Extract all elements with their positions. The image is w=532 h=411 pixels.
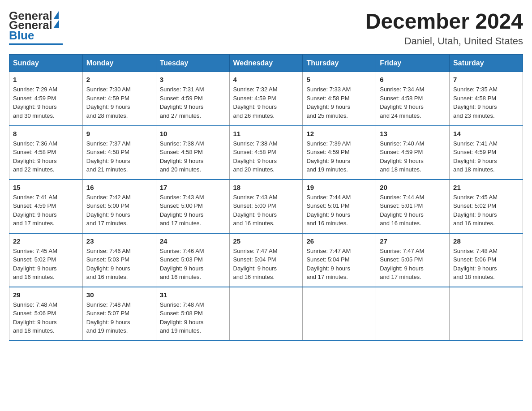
calendar-cell: 18 Sunrise: 7:43 AM Sunset: 5:00 PM Dayl… [229, 180, 303, 233]
month-title: December 2024 [365, 9, 523, 34]
day-number: 28 [453, 237, 519, 245]
day-number: 9 [86, 130, 152, 137]
calendar-cell: 6 Sunrise: 7:34 AM Sunset: 4:58 PM Dayli… [376, 72, 450, 126]
day-info: Sunrise: 7:39 AM Sunset: 4:59 PM Dayligh… [306, 139, 372, 174]
day-info: Sunrise: 7:41 AM Sunset: 4:59 PM Dayligh… [453, 139, 519, 174]
day-number: 12 [306, 130, 372, 137]
col-monday: Monday [82, 55, 156, 72]
day-number: 31 [160, 291, 226, 299]
calendar-cell: 21 Sunrise: 7:45 AM Sunset: 5:02 PM Dayl… [450, 180, 523, 233]
calendar-cell [303, 287, 376, 341]
day-info: Sunrise: 7:47 AM Sunset: 5:04 PM Dayligh… [306, 247, 372, 282]
day-number: 22 [13, 237, 79, 245]
title-area: December 2024 Daniel, Utah, United State… [365, 9, 523, 47]
calendar-cell: 28 Sunrise: 7:48 AM Sunset: 5:06 PM Dayl… [450, 233, 523, 287]
calendar-cell: 9 Sunrise: 7:37 AM Sunset: 4:58 PM Dayli… [82, 126, 156, 180]
day-info: Sunrise: 7:44 AM Sunset: 5:01 PM Dayligh… [306, 193, 372, 228]
calendar-cell [450, 287, 523, 341]
calendar-cell: 20 Sunrise: 7:44 AM Sunset: 5:01 PM Dayl… [376, 180, 450, 233]
day-number: 21 [453, 184, 519, 191]
day-number: 8 [13, 130, 79, 137]
calendar-cell: 15 Sunrise: 7:41 AM Sunset: 4:59 PM Dayl… [9, 180, 83, 233]
col-thursday: Thursday [303, 55, 376, 72]
page-header: General General Blue December 2024 Danie… [9, 9, 523, 47]
day-info: Sunrise: 7:43 AM Sunset: 5:00 PM Dayligh… [233, 193, 299, 228]
day-info: Sunrise: 7:48 AM Sunset: 5:07 PM Dayligh… [86, 300, 152, 335]
day-number: 5 [306, 76, 372, 83]
calendar-cell: 31 Sunrise: 7:48 AM Sunset: 5:08 PM Dayl… [156, 287, 229, 341]
logo-underline [9, 43, 63, 45]
day-info: Sunrise: 7:42 AM Sunset: 5:00 PM Dayligh… [86, 193, 152, 228]
col-sunday: Sunday [9, 55, 83, 72]
day-number: 18 [233, 184, 299, 191]
day-number: 10 [160, 130, 226, 137]
day-number: 24 [160, 237, 226, 245]
day-number: 4 [233, 76, 299, 83]
calendar-cell: 12 Sunrise: 7:39 AM Sunset: 4:59 PM Dayl… [303, 126, 376, 180]
calendar-cell: 4 Sunrise: 7:32 AM Sunset: 4:59 PM Dayli… [229, 72, 303, 126]
calendar-cell [229, 287, 303, 341]
calendar-cell: 29 Sunrise: 7:48 AM Sunset: 5:06 PM Dayl… [9, 287, 83, 341]
calendar-cell: 8 Sunrise: 7:36 AM Sunset: 4:58 PM Dayli… [9, 126, 83, 180]
day-number: 19 [306, 184, 372, 191]
day-info: Sunrise: 7:30 AM Sunset: 4:59 PM Dayligh… [86, 85, 152, 120]
day-number: 1 [13, 76, 79, 83]
day-number: 14 [453, 130, 519, 137]
day-number: 25 [233, 237, 299, 245]
day-number: 16 [86, 184, 152, 191]
week-row-5: 29 Sunrise: 7:48 AM Sunset: 5:06 PM Dayl… [9, 287, 523, 341]
day-number: 26 [306, 237, 372, 245]
calendar-cell: 2 Sunrise: 7:30 AM Sunset: 4:59 PM Dayli… [82, 72, 156, 126]
logo-triangle-icon [53, 11, 59, 19]
calendar-cell: 19 Sunrise: 7:44 AM Sunset: 5:01 PM Dayl… [303, 180, 376, 233]
location-title: Daniel, Utah, United States [365, 35, 523, 47]
day-info: Sunrise: 7:46 AM Sunset: 5:03 PM Dayligh… [160, 247, 226, 282]
day-number: 30 [86, 291, 152, 299]
day-info: Sunrise: 7:45 AM Sunset: 5:02 PM Dayligh… [13, 247, 79, 282]
logo-triangle-icon2 [53, 20, 59, 28]
calendar-body: 1 Sunrise: 7:29 AM Sunset: 4:59 PM Dayli… [9, 72, 523, 341]
calendar-cell: 11 Sunrise: 7:38 AM Sunset: 4:58 PM Dayl… [229, 126, 303, 180]
day-info: Sunrise: 7:38 AM Sunset: 4:58 PM Dayligh… [160, 139, 226, 174]
day-info: Sunrise: 7:43 AM Sunset: 5:00 PM Dayligh… [160, 193, 226, 228]
week-row-3: 15 Sunrise: 7:41 AM Sunset: 4:59 PM Dayl… [9, 180, 523, 233]
day-number: 6 [380, 76, 446, 83]
day-info: Sunrise: 7:44 AM Sunset: 5:01 PM Dayligh… [380, 193, 446, 228]
calendar-cell: 7 Sunrise: 7:35 AM Sunset: 4:58 PM Dayli… [450, 72, 523, 126]
week-row-2: 8 Sunrise: 7:36 AM Sunset: 4:58 PM Dayli… [9, 126, 523, 180]
calendar-cell: 30 Sunrise: 7:48 AM Sunset: 5:07 PM Dayl… [82, 287, 156, 341]
day-info: Sunrise: 7:34 AM Sunset: 4:58 PM Dayligh… [380, 85, 446, 120]
calendar-cell: 23 Sunrise: 7:46 AM Sunset: 5:03 PM Dayl… [82, 233, 156, 287]
day-info: Sunrise: 7:40 AM Sunset: 4:59 PM Dayligh… [380, 139, 446, 174]
day-info: Sunrise: 7:45 AM Sunset: 5:02 PM Dayligh… [453, 193, 519, 228]
calendar-cell: 27 Sunrise: 7:47 AM Sunset: 5:05 PM Dayl… [376, 233, 450, 287]
day-info: Sunrise: 7:31 AM Sunset: 4:59 PM Dayligh… [160, 85, 226, 120]
day-number: 7 [453, 76, 519, 83]
day-number: 23 [86, 237, 152, 245]
day-info: Sunrise: 7:48 AM Sunset: 5:08 PM Dayligh… [160, 300, 226, 335]
calendar-cell: 1 Sunrise: 7:29 AM Sunset: 4:59 PM Dayli… [9, 72, 83, 126]
day-info: Sunrise: 7:47 AM Sunset: 5:05 PM Dayligh… [380, 247, 446, 282]
calendar-cell: 22 Sunrise: 7:45 AM Sunset: 5:02 PM Dayl… [9, 233, 83, 287]
day-number: 27 [380, 237, 446, 245]
calendar-header: Sunday Monday Tuesday Wednesday Thursday… [9, 55, 523, 72]
day-info: Sunrise: 7:32 AM Sunset: 4:59 PM Dayligh… [233, 85, 299, 120]
week-row-4: 22 Sunrise: 7:45 AM Sunset: 5:02 PM Dayl… [9, 233, 523, 287]
day-number: 17 [160, 184, 226, 191]
day-info: Sunrise: 7:48 AM Sunset: 5:06 PM Dayligh… [453, 247, 519, 282]
day-info: Sunrise: 7:37 AM Sunset: 4:58 PM Dayligh… [86, 139, 152, 174]
day-info: Sunrise: 7:35 AM Sunset: 4:58 PM Dayligh… [453, 85, 519, 120]
day-number: 13 [380, 130, 446, 137]
day-info: Sunrise: 7:47 AM Sunset: 5:04 PM Dayligh… [233, 247, 299, 282]
day-info: Sunrise: 7:48 AM Sunset: 5:06 PM Dayligh… [13, 300, 79, 335]
calendar-cell: 17 Sunrise: 7:43 AM Sunset: 5:00 PM Dayl… [156, 180, 229, 233]
day-number: 11 [233, 130, 299, 137]
day-number: 2 [86, 76, 152, 83]
calendar-table: Sunday Monday Tuesday Wednesday Thursday… [9, 54, 523, 341]
col-saturday: Saturday [450, 55, 523, 72]
day-info: Sunrise: 7:29 AM Sunset: 4:59 PM Dayligh… [13, 85, 79, 120]
day-info: Sunrise: 7:33 AM Sunset: 4:58 PM Dayligh… [306, 85, 372, 120]
day-info: Sunrise: 7:46 AM Sunset: 5:03 PM Dayligh… [86, 247, 152, 282]
calendar-cell: 25 Sunrise: 7:47 AM Sunset: 5:04 PM Dayl… [229, 233, 303, 287]
calendar-cell: 13 Sunrise: 7:40 AM Sunset: 4:59 PM Dayl… [376, 126, 450, 180]
